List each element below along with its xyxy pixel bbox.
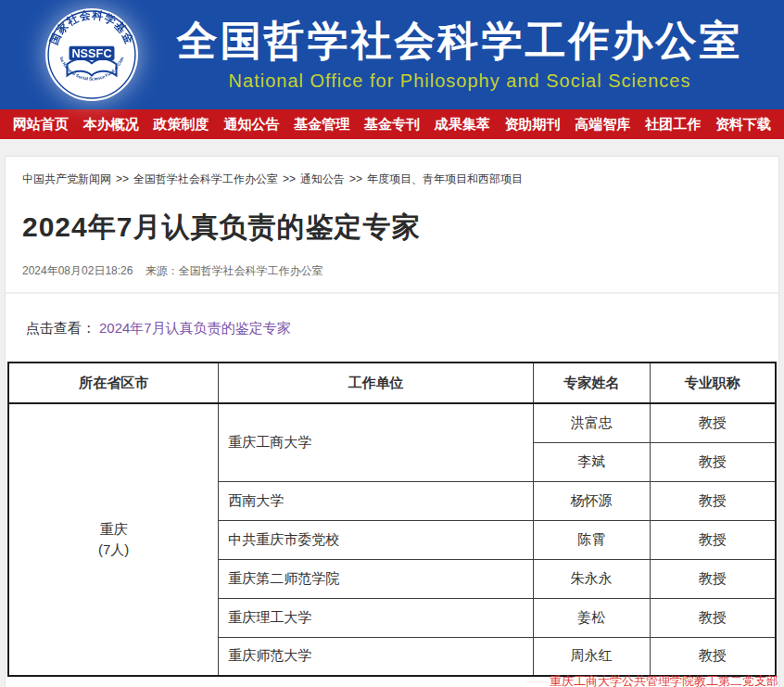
nssfc-emblem-icon: 国家社会科学基金 NSSFC The National Social Scien… <box>44 7 139 102</box>
nav-item-8[interactable]: 高端智库 <box>575 116 630 134</box>
breadcrumb-separator: >> <box>349 172 362 185</box>
header-titles: 全国哲学社会科学工作办公室 National Office for Philos… <box>163 18 784 92</box>
view-line: 点击查看：2024年7月认真负责的鉴定专家 <box>6 294 778 337</box>
unit-cell: 重庆第二师范学院 <box>219 559 533 598</box>
article-source: 全国哲学社会科学工作办公室 <box>179 264 323 277</box>
content-box: 中国共产党新闻网>>全国哲学社会科学工作办公室>>通知公告>>年度项目、青年项目… <box>5 156 779 687</box>
table-row: 重庆(7人)重庆工商大学洪富忠教授 <box>8 403 776 442</box>
watermark-prefix: ········· <box>527 679 550 684</box>
experts-table: 所在省区市工作单位专家姓名专业职称 重庆(7人)重庆工商大学洪富忠教授李斌教授西… <box>7 362 777 677</box>
breadcrumb-item-3[interactable]: 年度项目、青年项目和西部项目 <box>367 172 523 185</box>
watermark-text: 重庆工商大学公共管理学院教工第二党支部 <box>550 674 778 687</box>
nav-item-10[interactable]: 资料下载 <box>715 116 771 134</box>
nav-item-3[interactable]: 通知公告 <box>223 116 279 134</box>
content-wrap: 中国共产党新闻网>>全国哲学社会科学工作办公室>>通知公告>>年度项目、青年项目… <box>0 139 784 687</box>
svg-text:NSSFC: NSSFC <box>71 46 111 60</box>
site-header: 国家社会科学基金 NSSFC The National Social Scien… <box>0 0 784 109</box>
attachment-link[interactable]: 2024年7月认真负责的鉴定专家 <box>99 320 291 336</box>
nav-item-6[interactable]: 成果集萃 <box>435 116 490 134</box>
table-header-3: 专业职称 <box>650 363 776 403</box>
expert-title-cell: 教授 <box>650 442 776 481</box>
expert-name-cell: 杨怀源 <box>533 481 650 520</box>
expert-name-cell: 朱永永 <box>533 559 650 598</box>
expert-name-cell: 陈霄 <box>533 520 650 559</box>
expert-title-cell: 教授 <box>650 481 776 520</box>
breadcrumb-separator: >> <box>116 172 129 185</box>
watermark: ·········重庆工商大学公共管理学院教工第二党支部 <box>527 675 778 687</box>
expert-name-cell: 姜松 <box>533 598 650 637</box>
view-label: 点击查看： <box>26 320 95 336</box>
table-header-1: 工作单位 <box>219 363 533 403</box>
article-source-label: 来源： <box>145 264 179 277</box>
site-title-en: National Office for Philosophy and Socia… <box>163 70 756 92</box>
table-header-row: 所在省区市工作单位专家姓名专业职称 <box>8 363 776 403</box>
expert-title-cell: 教授 <box>650 598 776 637</box>
expert-name-cell: 周永红 <box>533 637 650 676</box>
nav-item-0[interactable]: 网站首页 <box>13 116 69 134</box>
expert-name-cell: 洪富忠 <box>533 403 650 442</box>
article-date: 2024年08月02日18:26 <box>22 264 133 277</box>
table-header-2: 专家姓名 <box>533 363 650 403</box>
nav-item-2[interactable]: 政策制度 <box>154 116 209 134</box>
breadcrumb-separator: >> <box>283 172 296 185</box>
unit-cell: 重庆理工大学 <box>219 598 533 637</box>
page-title: 2024年7月认真负责的鉴定专家 <box>6 186 778 247</box>
nav-item-5[interactable]: 基金专刊 <box>364 116 420 134</box>
expert-title-cell: 教授 <box>650 520 776 559</box>
expert-title-cell: 教授 <box>650 637 776 676</box>
article-meta: 2024年08月02日18:26 来源：全国哲学社会科学工作办公室 <box>6 247 778 279</box>
nav-item-1[interactable]: 本办概况 <box>83 116 139 134</box>
nav-item-9[interactable]: 社团工作 <box>645 116 701 134</box>
table-header-0: 所在省区市 <box>8 363 219 403</box>
expert-name-cell: 李斌 <box>533 442 650 481</box>
breadcrumb: 中国共产党新闻网>>全国哲学社会科学工作办公室>>通知公告>>年度项目、青年项目… <box>6 157 778 186</box>
unit-cell: 西南大学 <box>219 481 533 520</box>
nav-item-7[interactable]: 资助期刊 <box>505 116 561 134</box>
unit-cell: 重庆师范大学 <box>219 637 533 676</box>
expert-title-cell: 教授 <box>650 403 776 442</box>
unit-cell: 中共重庆市委党校 <box>219 520 533 559</box>
breadcrumb-item-2[interactable]: 通知公告 <box>300 172 345 185</box>
breadcrumb-item-1[interactable]: 全国哲学社会科学工作办公室 <box>133 172 278 185</box>
unit-cell: 重庆工商大学 <box>219 403 533 481</box>
province-cell: 重庆(7人) <box>8 403 219 676</box>
page: 国家社会科学基金 NSSFC The National Social Scien… <box>0 0 784 687</box>
site-title-cn: 全国哲学社会科学工作办公室 <box>163 18 756 65</box>
breadcrumb-item-0[interactable]: 中国共产党新闻网 <box>22 172 111 185</box>
expert-title-cell: 教授 <box>650 559 776 598</box>
site-logo[interactable]: 国家社会科学基金 NSSFC The National Social Scien… <box>44 7 139 102</box>
nav-item-4[interactable]: 基金管理 <box>294 116 349 134</box>
main-nav: 网站首页本办概况政策制度通知公告基金管理基金专刊成果集萃资助期刊高端智库社团工作… <box>0 109 784 139</box>
